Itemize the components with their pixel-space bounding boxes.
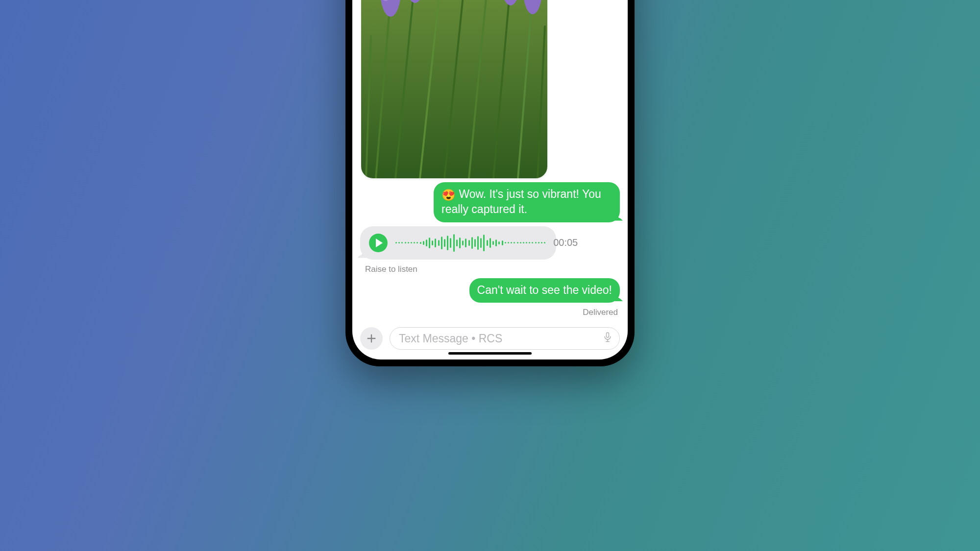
sent-message-text: Can't wait to see the video! (477, 284, 612, 296)
conversation-thread: 😍 Wow. It's just so vibrant! You really … (352, 0, 628, 322)
audio-message-bubble[interactable]: 00:05 (360, 226, 556, 260)
play-icon (376, 239, 383, 247)
sent-message-text: Wow. It's just so vibrant! You really ca… (441, 188, 601, 216)
svg-rect-44 (607, 333, 609, 337)
sent-message-bubble[interactable]: 😍 Wow. It's just so vibrant! You really … (434, 182, 620, 222)
received-image-row (360, 0, 620, 178)
audio-duration: 00:05 (553, 237, 578, 249)
plus-icon (366, 333, 377, 344)
raise-to-listen-hint: Raise to listen (365, 264, 620, 274)
play-button[interactable] (369, 234, 388, 252)
delivery-status: Delivered (360, 308, 618, 317)
messages-screen: 😍 Wow. It's just so vibrant! You really … (352, 0, 628, 359)
sent-message-row: Can't wait to see the video! (360, 278, 620, 303)
sent-message-row: 😍 Wow. It's just so vibrant! You really … (360, 182, 620, 222)
home-indicator[interactable] (448, 352, 532, 355)
received-audio-row: 00:05 (360, 226, 620, 260)
lavender-photo (361, 0, 547, 178)
audio-waveform (395, 233, 545, 253)
heart-eyes-emoji: 😍 (441, 189, 456, 201)
sent-message-bubble[interactable]: Can't wait to see the video! (469, 278, 620, 303)
dictation-button[interactable] (603, 332, 612, 345)
add-attachment-button[interactable] (360, 327, 383, 350)
image-attachment[interactable] (361, 0, 547, 178)
message-input[interactable]: Text Message • RCS (390, 327, 620, 350)
phone-frame: 😍 Wow. It's just so vibrant! You really … (345, 0, 635, 366)
input-placeholder: Text Message • RCS (399, 332, 598, 345)
microphone-icon (603, 332, 612, 343)
